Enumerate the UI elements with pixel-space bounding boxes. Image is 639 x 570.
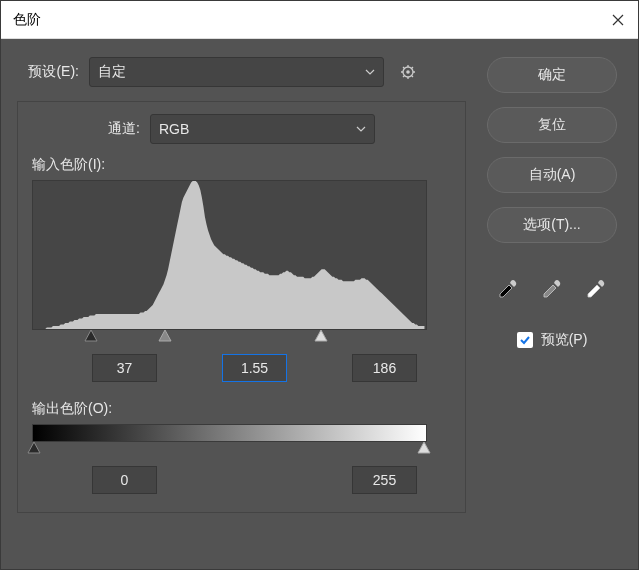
output-slider-track[interactable] bbox=[32, 442, 427, 456]
eyedropper-icon bbox=[541, 278, 563, 300]
check-icon bbox=[519, 334, 531, 346]
dialog-title: 色阶 bbox=[13, 11, 598, 29]
reset-button[interactable]: 复位 bbox=[487, 107, 617, 143]
output-white-slider[interactable] bbox=[417, 442, 431, 454]
preset-value: 自定 bbox=[98, 63, 126, 81]
preset-label: 预设(E): bbox=[17, 63, 79, 81]
eyedropper-icon bbox=[585, 278, 607, 300]
preview-checkbox[interactable] bbox=[517, 332, 533, 348]
black-point-eyedropper[interactable] bbox=[494, 275, 522, 303]
auto-button[interactable]: 自动(A) bbox=[487, 157, 617, 193]
histogram bbox=[32, 180, 427, 330]
channel-dropdown[interactable]: RGB bbox=[150, 114, 375, 144]
highlight-input[interactable] bbox=[352, 354, 417, 382]
channel-value: RGB bbox=[159, 121, 189, 137]
preview-label: 预览(P) bbox=[541, 331, 588, 349]
input-slider-track[interactable] bbox=[32, 330, 427, 344]
gray-point-eyedropper[interactable] bbox=[538, 275, 566, 303]
titlebar: 色阶 bbox=[1, 1, 638, 39]
output-white-input[interactable] bbox=[352, 466, 417, 494]
chevron-down-icon bbox=[356, 126, 366, 132]
preview-row: 预览(P) bbox=[517, 331, 588, 349]
midtone-input[interactable] bbox=[222, 354, 287, 382]
levels-panel: 通道: RGB 输入色阶(I): bbox=[17, 101, 466, 513]
shadow-input[interactable] bbox=[92, 354, 157, 382]
chevron-down-icon bbox=[365, 69, 375, 75]
output-levels-label: 输出色阶(O): bbox=[32, 400, 451, 418]
close-icon bbox=[612, 14, 624, 26]
output-black-input[interactable] bbox=[92, 466, 157, 494]
output-gradient bbox=[32, 424, 427, 442]
input-levels-label: 输入色阶(I): bbox=[32, 156, 451, 174]
eyedropper-icon bbox=[497, 278, 519, 300]
white-point-eyedropper[interactable] bbox=[582, 275, 610, 303]
highlight-slider[interactable] bbox=[314, 330, 328, 342]
eyedropper-group bbox=[494, 275, 610, 303]
preset-menu-button[interactable] bbox=[394, 58, 422, 86]
ok-button[interactable]: 确定 bbox=[487, 57, 617, 93]
close-button[interactable] bbox=[598, 1, 638, 39]
preset-dropdown[interactable]: 自定 bbox=[89, 57, 384, 87]
channel-label: 通道: bbox=[32, 120, 140, 138]
options-button[interactable]: 选项(T)... bbox=[487, 207, 617, 243]
svg-point-1 bbox=[406, 70, 410, 74]
output-black-slider[interactable] bbox=[27, 442, 41, 454]
levels-dialog: 色阶 预设(E): 自定 通道: RGB bbox=[0, 0, 639, 570]
shadow-slider[interactable] bbox=[84, 330, 98, 342]
gear-icon bbox=[399, 63, 417, 81]
midtone-slider[interactable] bbox=[158, 330, 172, 342]
